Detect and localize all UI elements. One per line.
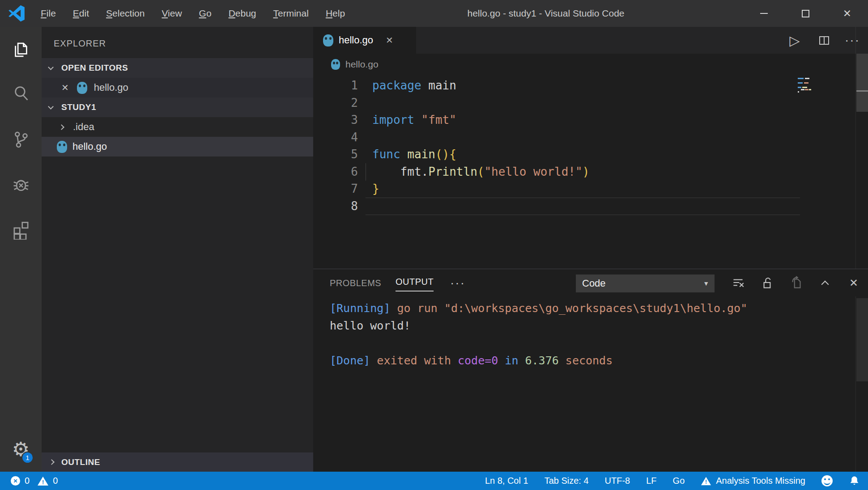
output-token: seconds (559, 354, 613, 367)
close-window-button[interactable]: ✕ (826, 0, 868, 27)
analysis-tools-warning[interactable]: ! Analysis Tools Missing (701, 476, 805, 486)
menu-help[interactable]: Help (317, 0, 353, 27)
code-line: } (372, 180, 379, 198)
go-file-icon (77, 82, 87, 94)
code-token: func (372, 148, 400, 161)
code-token: "hello world!" (484, 165, 582, 178)
vscode-logo-icon (8, 5, 25, 22)
code-token: fmt. (372, 165, 428, 178)
lock-scroll-button[interactable] (758, 275, 776, 291)
code-token: main (407, 148, 435, 161)
editor-scrollbar[interactable] (855, 27, 868, 269)
code-token: main (421, 79, 456, 92)
more-icon: ··· (450, 276, 465, 290)
error-icon: ✕ (11, 476, 20, 486)
menu-go[interactable]: Go (191, 0, 220, 27)
warning-count: 0 (53, 476, 58, 486)
close-panel-button[interactable]: ✕ (845, 275, 863, 291)
output-channel-select[interactable]: Code ▼ (576, 275, 715, 292)
outline-section-header[interactable]: OUTLINE (42, 452, 313, 472)
tab-hello-go[interactable]: hello.go ✕ (313, 27, 416, 54)
encoding-status[interactable]: UTF-8 (605, 476, 630, 486)
close-tab-icon[interactable]: ✕ (386, 35, 393, 46)
code-token: ) (583, 165, 590, 178)
menu-terminal[interactable]: Terminal (265, 0, 317, 27)
minimize-button[interactable] (743, 0, 785, 27)
menu-edit[interactable]: Edit (64, 0, 98, 27)
notifications-button[interactable] (849, 475, 860, 486)
source-control-icon (11, 130, 31, 149)
maximize-panel-button[interactable] (816, 275, 834, 291)
folder-section-header-study1[interactable]: STUDY1 (42, 97, 313, 117)
maximize-icon (802, 10, 809, 17)
split-editor-icon (819, 36, 829, 45)
panel-scrollbar[interactable] (855, 296, 868, 472)
tree-item-hello-go-selected[interactable]: hello.go (42, 137, 313, 156)
code-token (414, 113, 421, 127)
open-log-file-button[interactable] (787, 275, 805, 291)
line-number-active: 8 (313, 198, 358, 215)
panel-tab-problems[interactable]: PROBLEMS (330, 269, 381, 297)
open-editors-section-header[interactable]: OPEN EDITORS (42, 58, 313, 78)
menu-view[interactable]: View (153, 0, 190, 27)
output-token: [Running] (330, 302, 390, 315)
breadcrumb[interactable]: hello.go (313, 54, 868, 75)
panel-more-tabs-button[interactable]: ··· (450, 269, 465, 297)
menu-file[interactable]: File (32, 0, 64, 27)
code-editor[interactable]: 1package main 2 3import "fmt" 4 5func ma… (313, 75, 855, 269)
editor-tab-bar: hello.go ✕ ▷ ··· (313, 27, 868, 54)
output-line: [Done] exited with code=0 in 6.376 secon… (330, 352, 747, 369)
unlock-icon (760, 275, 775, 291)
activity-bar-item-source-control[interactable] (0, 127, 42, 152)
code-token: } (372, 182, 379, 195)
tab-size-status[interactable]: Tab Size: 4 (545, 476, 589, 486)
chevron-right-icon (49, 459, 55, 465)
cursor-position-status[interactable]: Ln 8, Col 1 (485, 476, 528, 486)
split-editor-button[interactable] (814, 27, 834, 54)
panel-tab-output[interactable]: OUTPUT (396, 269, 434, 297)
search-icon (11, 84, 31, 103)
debug-icon (11, 174, 31, 194)
open-editor-file-label: hello.go (94, 82, 128, 93)
line-number: 4 (313, 129, 358, 146)
activity-bar-item-search[interactable] (0, 81, 42, 106)
line-number: 1 (313, 77, 358, 94)
menu-selection[interactable]: Selection (98, 0, 153, 27)
problems-status[interactable]: ✕ 0 ! 0 (11, 476, 58, 486)
output-token: in (498, 354, 525, 367)
output-token: [Done] (330, 354, 370, 367)
eol-status[interactable]: LF (646, 476, 656, 486)
clear-output-button[interactable] (729, 275, 747, 291)
activity-bar-item-debug[interactable] (0, 172, 42, 196)
tree-item-idea-folder[interactable]: .idea (42, 117, 313, 137)
run-icon: ▷ (789, 33, 800, 48)
language-mode-status[interactable]: Go (673, 476, 685, 486)
scrollbar-slider[interactable] (856, 298, 868, 381)
window-title: hello.go - study1 - Visual Studio Code (447, 0, 644, 27)
activity-bar-item-extensions[interactable] (0, 218, 42, 242)
feedback-button[interactable] (821, 475, 833, 486)
file-label: hello.go (72, 141, 107, 152)
code-token: ( (477, 165, 485, 178)
activity-bar-item-explorer[interactable] (0, 38, 42, 62)
code-token: "fmt" (421, 113, 456, 127)
minimap[interactable] (798, 77, 851, 104)
settings-button[interactable]: ⚙ (0, 437, 42, 461)
menu-debug[interactable]: Debug (220, 0, 265, 27)
scrollbar-slider[interactable] (856, 54, 868, 112)
maximize-button[interactable] (785, 0, 826, 27)
open-editor-item-hello-go[interactable]: ✕ hello.go (42, 78, 313, 97)
run-code-button[interactable]: ▷ (785, 27, 804, 54)
settings-badge: 1 (21, 452, 34, 464)
close-editor-icon[interactable]: ✕ (61, 82, 69, 93)
overview-ruler-mark (856, 90, 868, 92)
breadcrumb-file-label: hello.go (345, 59, 379, 70)
panel-tab-label: OUTPUT (396, 277, 434, 290)
output-line: hello world! (330, 317, 747, 334)
chevron-right-icon (59, 124, 64, 130)
go-file-icon (323, 34, 333, 46)
tab-label: hello.go (339, 34, 373, 46)
output-console: [Running] go run "d:\workspaces\go_works… (330, 300, 747, 369)
line-number: 6 (313, 163, 358, 181)
folder-section-label: STUDY1 (61, 102, 96, 112)
